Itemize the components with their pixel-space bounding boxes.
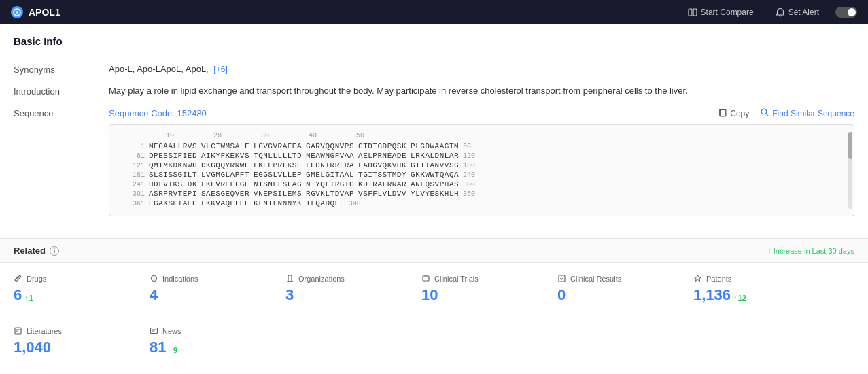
introduction-row: Introduction May play a role in lipid ex… [14,86,854,97]
svg-rect-8 [423,276,429,281]
svg-rect-1 [689,9,692,16]
stat-item-drugs[interactable]: Drugs6↑1 [14,274,122,304]
stat-category-patents: Patents [693,274,802,284]
stat-item-patents[interactable]: Patents1,136↑12 [693,274,802,304]
stat-number-clinical-trials: 10 [421,286,438,304]
alert-icon [776,7,785,17]
related-header: Related i ↑ Increase in Last 30 days [0,238,868,263]
sequence-viewer[interactable]: 1020304050 1MEGAALLRVSVLCIWMSALFLGVGVRAE… [109,124,854,216]
stat-item-indications[interactable]: Indications4 [150,274,258,304]
clinical-results-icon [557,274,567,284]
synonyms-label: Synonyms [14,64,109,75]
introduction-value: May play a role in lipid exchange and tr… [109,86,854,96]
alert-toggle[interactable] [835,7,857,18]
copy-icon [718,107,727,119]
stat-item-clinical-results[interactable]: Clinical Results0 [557,274,666,304]
related-title: Related i [14,245,59,256]
sequence-row-item: 121QMIMKDKNWHDKGQQYRNWFLKEFPRLKSELEDNIRR… [119,161,844,169]
stat-item-organizations[interactable]: Organizations3 [285,274,394,304]
introduction-label: Introduction [14,86,109,97]
stat-delta-drugs: ↑1 [24,294,33,302]
increase-indicator: ↑ Increase in Last 30 days [767,246,854,256]
app-logo [11,6,23,18]
synonyms-plus-badge[interactable]: [+6] [213,65,227,74]
basic-info-title: Basic Info [14,35,854,54]
find-similar-button[interactable]: Find Similar Sequence [760,107,854,119]
svg-rect-3 [720,109,726,116]
sequence-code-link[interactable]: Sequence Code: 152480 [109,108,207,118]
sequence-actions: Copy Find Similar Sequence [718,107,854,119]
stat-value-patents: 1,136↑12 [693,286,802,304]
clinical-trials-icon [421,274,431,284]
drugs-icon [14,274,23,284]
stat-value-clinical-results: 0 [557,286,666,304]
stats-grid-row2: Literatures1,040News81↑9 [0,326,868,374]
stat-number-organizations: 3 [285,286,294,304]
delta-arrow-icon: ↑ [733,294,737,302]
sequence-header: Sequence Code: 152480 Copy [109,107,854,119]
sequence-row-item: 61DPESSIFIEDAIKYFKEKVSTQNLLLLLTDNEAWNGFV… [119,152,844,160]
stat-item-literatures[interactable]: Literatures1,040 [14,326,122,356]
set-alert-button[interactable]: Set Alert [770,5,824,20]
sequence-row-item: 361EGAKSETAEELKKVAQELEEKLNILNNNYKILQADQE… [119,199,844,207]
patents-icon [693,274,703,284]
svg-rect-2 [693,9,697,16]
stat-category-drugs: Drugs [14,274,122,284]
stat-number-patents: 1,136 [693,286,731,304]
synonyms-row: Synonyms Apo-L, Apo-LApoL, ApoL, [+6] [14,64,854,75]
stat-category-indications: Indications [150,274,258,284]
stat-delta-patents: ↑12 [733,294,746,302]
sequence-label: Sequence [14,107,109,118]
stat-value-drugs: 6↑1 [14,286,122,304]
main-content: Basic Info Synonyms Apo-L, Apo-LApoL, Ap… [0,24,868,238]
seq-scrollbar[interactable] [848,132,852,209]
app-title: APOL1 [29,7,60,18]
stat-category-literatures: Literatures [14,326,122,336]
stat-value-organizations: 3 [285,286,394,304]
sequence-row-item: 301ASRPRVTEPISAESGEQVERVNEPSILEMSRGVKLTD… [119,190,844,198]
delta-arrow-icon: ↑ [24,294,29,302]
stat-item-news[interactable]: News81↑9 [150,326,258,356]
find-similar-icon [760,107,769,119]
top-nav: APOL1 Start Compare Set Alert [0,0,868,24]
seq-scrollbar-thumb[interactable] [848,132,852,159]
copy-button[interactable]: Copy [718,107,749,119]
start-compare-button[interactable]: Start Compare [682,5,759,20]
increase-arrow-icon: ↑ [767,246,771,256]
seq-ruler: 1020304050 [119,132,844,139]
stat-category-clinical-results: Clinical Results [557,274,666,284]
stat-value-literatures: 1,040 [14,339,122,356]
stat-category-clinical-trials: Clinical Trials [421,274,530,284]
stat-number-indications: 4 [150,286,158,304]
nav-left: APOL1 [11,6,60,18]
sequence-content: Sequence Code: 152480 Copy [109,107,854,216]
svg-rect-9 [559,275,565,282]
stat-number-news: 81 [150,339,166,356]
stat-number-clinical-results: 0 [557,286,566,304]
indications-icon [150,274,159,284]
nav-right: Start Compare Set Alert [682,5,857,20]
sequence-row-item: 241HDLVIKSLDКLKEVREFLGENISNFLSLAGNTYQLTR… [119,180,844,188]
organizations-icon [285,274,295,284]
stat-value-clinical-trials: 10 [421,286,530,304]
sequence-row: Sequence Sequence Code: 152480 Copy [14,107,854,216]
stat-delta-news: ↑9 [169,346,177,354]
stats-grid: Drugs6↑1Indications4Organizations3Clinic… [0,263,868,326]
sequence-row-item: 1MEGAALLRVSVLCIWMSALFLGVGVRAEEAGARVQQNVP… [119,142,844,150]
synonyms-value: Apo-L, Apo-LApoL, ApoL, [+6] [109,64,854,74]
news-icon [150,326,159,336]
related-info-icon[interactable]: i [50,246,59,256]
stat-category-organizations: Organizations [285,274,394,284]
stat-number-drugs: 6 [14,286,22,304]
stat-category-news: News [150,326,258,336]
stat-item-clinical-trials[interactable]: Clinical Trials10 [421,274,530,304]
stat-value-news: 81↑9 [150,339,258,356]
svg-rect-7 [288,275,292,282]
sequence-row-item: 181SLSISSGILTLVGMGLAPFTEGGSLVLLEPGMELGIT… [119,171,844,179]
literatures-icon [14,326,23,336]
delta-arrow-icon: ↑ [169,346,173,354]
compare-icon [688,7,697,17]
stat-value-indications: 4 [150,286,258,304]
stat-number-literatures: 1,040 [14,339,51,356]
